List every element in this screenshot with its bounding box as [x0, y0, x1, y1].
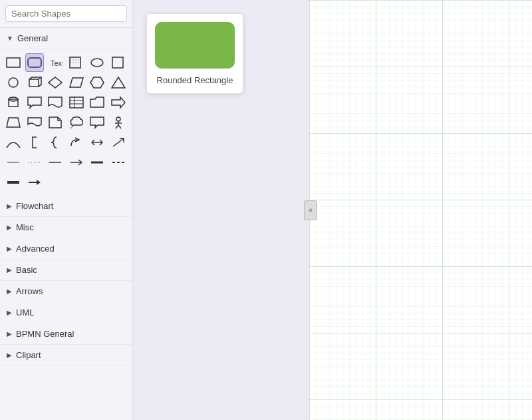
shape-3d-rect[interactable]: [25, 73, 44, 92]
category-bpmn-arrow: ▶: [7, 330, 12, 337]
search-input[interactable]: [11, 9, 123, 19]
shape-curved-arrow[interactable]: [67, 133, 86, 152]
shape-trapezoid[interactable]: [4, 113, 23, 132]
svg-rect-22: [70, 97, 83, 108]
category-advanced-label: Advanced: [16, 244, 55, 254]
shape-diagonal-arrow[interactable]: [109, 133, 128, 152]
tooltip-shape-label: Rounded Rectangle: [157, 75, 233, 85]
svg-point-29: [70, 127, 72, 128]
shape-line-arrow-thick[interactable]: [25, 173, 44, 192]
shape-circle[interactable]: [4, 73, 23, 92]
shape-text[interactable]: Text: [46, 53, 65, 72]
category-uml[interactable]: ▶ UML: [0, 302, 132, 323]
svg-marker-19: [112, 77, 125, 88]
svg-rect-10: [112, 57, 123, 68]
shape-callout[interactable]: [25, 93, 44, 112]
svg-point-11: [9, 78, 18, 87]
category-arrows-label: Arrows: [16, 286, 43, 296]
tooltip-shape-preview: [155, 22, 235, 69]
shape-diamond[interactable]: [46, 73, 65, 92]
category-basic[interactable]: ▶ Basic: [0, 260, 132, 281]
shape-double-arrow[interactable]: [88, 133, 106, 152]
category-advanced-arrow: ▶: [7, 245, 12, 252]
svg-rect-47: [309, 0, 532, 420]
shape-ellipse[interactable]: [88, 53, 106, 72]
category-arrows[interactable]: ▶ Arrows: [0, 281, 132, 302]
shape-thought-bubble[interactable]: [67, 113, 86, 132]
category-basic-label: Basic: [16, 265, 37, 275]
shape-person[interactable]: [109, 113, 128, 132]
category-bpmn[interactable]: ▶ BPMN General: [0, 323, 132, 345]
shape-square[interactable]: [109, 53, 128, 72]
shape-line-solid-light[interactable]: [4, 153, 23, 172]
category-bpmn-label: BPMN General: [16, 329, 74, 339]
category-flowchart-label: Flowchart: [16, 201, 53, 211]
category-misc-arrow: ▶: [7, 224, 12, 231]
svg-line-36: [113, 138, 124, 146]
svg-point-9: [91, 59, 103, 67]
category-clipart-label: Clipart: [16, 350, 41, 360]
canvas-grid: [309, 0, 532, 420]
shape-rectangle[interactable]: [4, 53, 23, 72]
shape-line-thick[interactable]: [88, 153, 106, 172]
shapes-panel: ▼ General Text: [0, 0, 133, 420]
shape-hexagon[interactable]: [88, 73, 106, 92]
shape-cylinder[interactable]: [4, 93, 23, 112]
category-general-label: General: [17, 33, 48, 43]
shape-speech-bubble[interactable]: [88, 113, 106, 132]
category-misc[interactable]: ▶ Misc: [0, 217, 132, 238]
shape-line-dotted[interactable]: [25, 153, 44, 172]
svg-marker-27: [7, 118, 20, 127]
category-misc-label: Misc: [16, 222, 34, 232]
category-arrows-arrow: ▶: [7, 288, 12, 295]
shape-triangle[interactable]: [109, 73, 128, 92]
shape-parallelogram[interactable]: [67, 73, 86, 92]
shape-folder[interactable]: [88, 93, 106, 112]
shape-brace[interactable]: [46, 133, 65, 152]
svg-point-28: [72, 126, 73, 127]
category-general-arrow: ▼: [7, 35, 13, 42]
shape-rounded-rect[interactable]: [25, 53, 44, 72]
collapse-panel-button[interactable]: «: [304, 200, 317, 220]
shape-arc[interactable]: [4, 133, 23, 152]
svg-line-33: [116, 125, 118, 128]
category-flowchart[interactable]: ▶ Flowchart: [0, 196, 132, 217]
category-basic-arrow: ▶: [7, 266, 12, 274]
svg-marker-26: [112, 97, 125, 108]
general-shapes-grid: Text: [0, 49, 132, 196]
svg-line-34: [118, 125, 121, 128]
shape-tooltip-card: Rounded Rectangle: [146, 13, 243, 94]
search-container: [0, 0, 132, 28]
shape-wave[interactable]: [25, 113, 44, 132]
svg-marker-16: [49, 77, 62, 88]
svg-rect-12: [29, 79, 39, 87]
category-clipart-arrow: ▶: [7, 351, 12, 359]
shape-page[interactable]: [46, 113, 65, 132]
svg-rect-3: [28, 58, 41, 67]
shape-document[interactable]: [46, 93, 65, 112]
svg-marker-18: [90, 77, 104, 88]
shape-line-extra-thick[interactable]: [4, 173, 23, 192]
category-uml-label: UML: [16, 308, 34, 317]
svg-point-30: [116, 117, 120, 121]
shape-arrow-right[interactable]: [109, 93, 128, 112]
category-clipart[interactable]: ▶ Clipart: [0, 345, 132, 366]
shape-line-solid[interactable]: [46, 153, 65, 172]
shape-line-arrow[interactable]: [67, 153, 86, 172]
category-uml-arrow: ▶: [7, 309, 12, 316]
preview-panel: Rounded Rectangle «: [133, 0, 309, 420]
search-wrapper: [5, 5, 127, 22]
category-general[interactable]: ▼ General: [0, 28, 132, 49]
shape-line-dashed-medium[interactable]: [109, 153, 128, 172]
svg-rect-2: [7, 58, 20, 67]
category-flowchart-arrow: ▶: [7, 202, 12, 210]
svg-marker-45: [37, 180, 41, 185]
svg-marker-17: [70, 78, 83, 87]
shape-table[interactable]: [67, 93, 86, 112]
canvas-panel[interactable]: [309, 0, 532, 420]
shape-bracket-left[interactable]: [25, 133, 44, 152]
svg-text:Text: Text: [51, 59, 63, 67]
shape-note[interactable]: [67, 53, 86, 72]
category-advanced[interactable]: ▶ Advanced: [0, 238, 132, 260]
